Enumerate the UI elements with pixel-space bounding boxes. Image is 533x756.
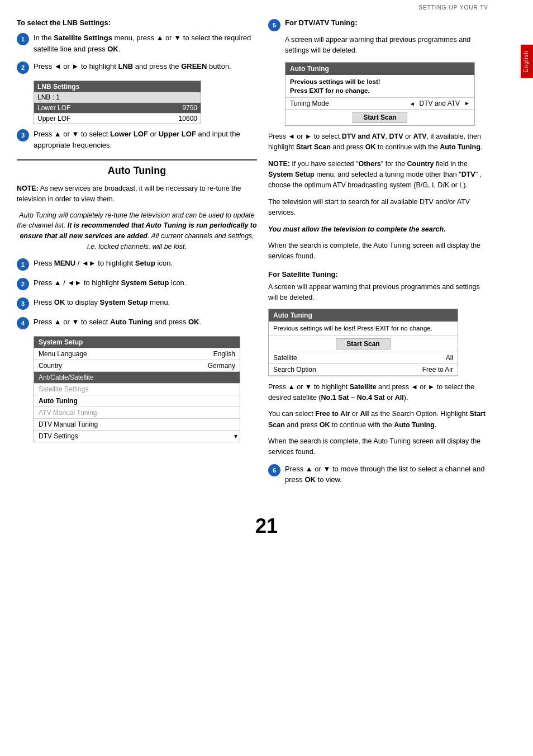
page-header: SETTING UP YOUR TV [0,0,533,13]
tuning-mode-label: Tuning Mode [290,100,329,107]
lnb-step-3: 3 Press ▲ or ▼ to select Lower LOF or Up… [17,129,257,150]
dtv-atv-tuning-box: Auto Tuning Previous settings will be lo… [285,62,475,126]
step5-body1: Press ◄ or ► to select DTV and ATV, DTV … [268,131,488,153]
section-divider [17,159,257,160]
lnb-step-1-text: In the Satellite Settings menu, press ▲ … [34,32,257,54]
step-6-row: 6 Press ▲ or ▼ to move through the list … [268,464,488,485]
main-content: To select the LNB Settings: 1 In the Sat… [0,13,533,503]
scroll-arrow-icon: ▼ [233,433,239,439]
sat-warning: Previous settings will be lost! Press EX… [269,322,458,335]
step-badge-2: 2 [17,62,29,74]
language-tab: English [521,45,533,78]
step5-body3: When the search is complete, the Auto Tu… [268,240,488,262]
atb-warning: Previous settings will be lost!Press EXI… [285,75,474,98]
satellite-body2: You can select Free to Air or All as the… [268,409,488,431]
lnb-table-subheader: LNB : 1 [34,92,201,102]
auto-tuning-note1: NOTE: As new services are broadcast, it … [17,183,257,205]
menu-lang-label: Menu Language [39,350,87,358]
sst-header: System Setup [34,337,240,348]
atv-manual-label: ATV Manual Tuning [39,409,97,417]
satellite-label: Satellite [273,354,297,362]
lnb-step-3-text: Press ▲ or ▼ to select Lower LOF or Uppe… [34,129,257,150]
step-5-row: 5 For DTV/ATV Tuning: [268,18,488,31]
tuning-left-arrow-icon [410,100,415,107]
start-scan-button[interactable]: Start Scan [353,112,407,123]
satellite-tuning-intro: A screen will appear warning that previo… [268,282,488,304]
satellite-body3: When the search is complete, the Auto Tu… [268,436,488,458]
at-step-badge-3: 3 [17,297,29,310]
sst-row-dtv-manual: DTV Manual Tuning [34,418,240,430]
at-step-1-text: Press MENU / ◄► to highlight Setup icon. [34,258,173,269]
sst-row-dtv-settings: DTV Settings ▼ [34,430,240,442]
at-step-1: 1 Press MENU / ◄► to highlight Setup ico… [17,258,257,271]
at-step-3: 3 Press OK to display System Setup menu. [17,297,257,310]
header-title: SETTING UP YOUR TV [418,4,488,11]
tuning-mode-value: DTV and ATV [420,100,460,107]
lower-lof-value: 9750 [182,104,197,112]
lower-lof-row: Lower LOF 9750 [34,102,201,113]
step-badge-3: 3 [17,129,29,141]
step5-note: NOTE: If you have selected "Others" for … [268,159,488,191]
at-step-2: 2 Press ▲ / ◄► to highlight System Setup… [17,277,257,290]
ant-cable-label: Ant/Cable/Satellite [39,374,94,381]
satellite-start-scan-button[interactable]: Start Scan [336,338,390,349]
step-badge-5: 5 [268,19,280,31]
dtv-settings-label: DTV Settings [39,432,78,440]
sst-row-ant-cable: Ant/Cable/Satellite [34,371,240,383]
country-value: Germany [208,362,235,370]
at-step-2-text: Press ▲ / ◄► to highlight System Setup i… [34,277,186,289]
must-allow: You must allow the television to complet… [268,224,488,235]
satellite-tuning-title: For Satellite Tuning: [268,270,488,278]
page-number: 21 [0,503,533,544]
auto-tuning-label: Auto Tuning [39,397,78,405]
step-5-title: For DTV/ATV Tuning: [285,18,358,30]
sst-row-auto-tuning: Auto Tuning [34,395,240,407]
lnb-step-2-text: Press ◄ or ► to highlight LNB and press … [34,61,231,72]
start-scan-row: Start Scan [285,110,474,125]
tuning-right-arrow-icon: ► [464,100,470,106]
auto-tuning-note2: Auto Tuning will completely re-tune the … [17,210,257,252]
dtv-atv-tuning-title: For DTV/ATV Tuning: [285,18,358,27]
menu-lang-value: English [213,350,235,358]
satellite-tuning-box: Auto Tuning Previous settings will be lo… [268,309,458,376]
country-label: Country [39,362,62,370]
sst-row-menu-lang: Menu Language English [34,348,240,360]
lnb-step-2: 2 Press ◄ or ► to highlight LNB and pres… [17,61,257,74]
satellite-row: Satellite All [269,352,458,364]
sst-row-sat-settings: Satellite Settings [34,383,240,395]
satellite-body1: Press ▲ or ▼ to highlight Satellite and … [268,382,488,404]
sat-settings-label: Satellite Settings [39,385,88,393]
right-column: 5 For DTV/ATV Tuning: A screen will appe… [268,18,488,492]
search-option-label: Search Option [273,366,316,374]
lnb-settings-table: LNB Settings LNB : 1 Lower LOF 9750 Uppe… [34,81,201,124]
step-6-text: Press ▲ or ▼ to move through the list to… [285,464,488,485]
at-step-badge-4: 4 [17,317,29,329]
left-column: To select the LNB Settings: 1 In the Sat… [17,18,257,492]
step5-intro: A screen will appear warning that previo… [285,35,488,56]
tuning-mode-value-row: DTV and ATV ► [410,100,470,107]
at-step-4: 4 Press ▲ or ▼ to select Auto Tuning and… [17,316,257,329]
auto-tuning-heading: Auto Tuning [17,165,257,177]
sst-row-atv-manual: ATV Manual Tuning [34,407,240,418]
sat-scan-row: Start Scan [269,336,458,352]
at-step-badge-2: 2 [17,278,29,290]
at-step-3-text: Press OK to display System Setup menu. [34,297,170,308]
at-step-4-text: Press ▲ or ▼ to select Auto Tuning and p… [34,316,201,328]
system-setup-table: System Setup Menu Language English Count… [34,336,240,442]
upper-lof-label: Upper LOF [37,115,70,122]
upper-lof-row: Upper LOF 10600 [34,113,201,124]
satellite-value: All [446,354,453,362]
upper-lof-value: 10600 [179,115,197,122]
lnb-section-title: To select the LNB Settings: [17,18,257,27]
step-badge-1: 1 [17,33,29,45]
sat-header: Auto Tuning [269,309,458,322]
dtv-manual-label: DTV Manual Tuning [39,420,98,428]
atb-header: Auto Tuning [285,63,474,75]
lnb-step-1: 1 In the Satellite Settings menu, press … [17,32,257,54]
lower-lof-label: Lower LOF [37,104,70,112]
lnb-table-header: LNB Settings [34,81,201,92]
step5-body2: The television will start to search for … [268,197,488,219]
search-option-value: Free to Air [422,366,453,374]
search-option-row: Search Option Free to Air [269,364,458,376]
at-step-badge-1: 1 [17,258,29,271]
